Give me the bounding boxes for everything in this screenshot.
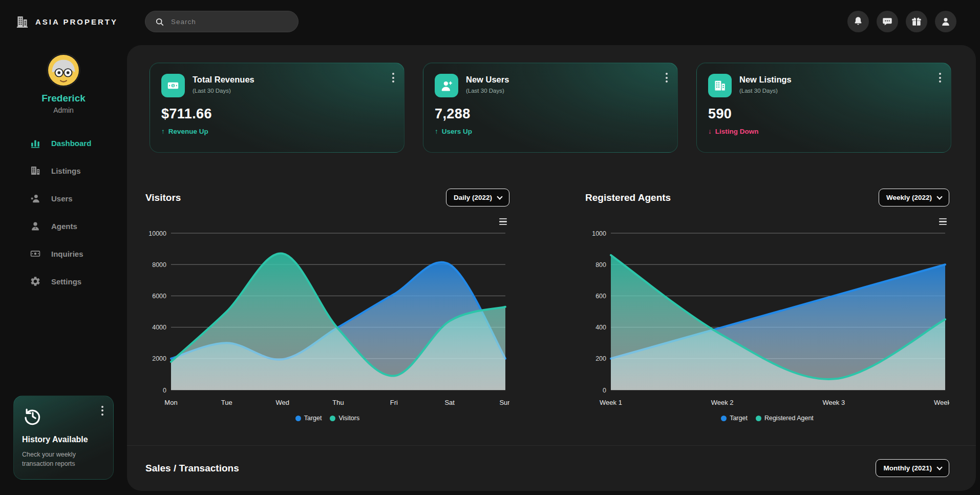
legend-dot	[721, 416, 727, 421]
stat-card-title: Total Revenues	[193, 75, 254, 85]
stat-card-value: 7,288	[435, 106, 666, 122]
brand-name: ASIA PROPERTY	[35, 17, 118, 26]
svg-text:0: 0	[163, 387, 166, 394]
stat-card-menu-button[interactable]	[390, 70, 397, 85]
chart-legend: TargetVisitors	[145, 415, 509, 422]
chart-canvas: 02004006008001000Week 1Week 2Week 3Week …	[585, 222, 949, 410]
sidebar-item-dashboard[interactable]: Dashboard	[0, 132, 127, 154]
chart-menu-button[interactable]	[498, 217, 508, 226]
charts-row: VisitorsDaily (2022)02000400060008000100…	[127, 189, 976, 422]
sidebar-item-label: Agents	[51, 222, 77, 231]
trend-label: Users Up	[442, 128, 472, 135]
profile: Frederick Admin	[0, 54, 127, 114]
sales-filter-dropdown[interactable]: Monthly (2021)	[876, 459, 949, 477]
chart-filter-dropdown[interactable]: Weekly (2022)	[879, 189, 949, 207]
users-icon	[30, 193, 41, 204]
sidebar-item-listings[interactable]: Listings	[0, 159, 127, 182]
history-card-description: Check your weekly transaction reports	[22, 450, 99, 469]
svg-text:10000: 10000	[148, 230, 166, 237]
rewards-button[interactable]	[906, 11, 927, 32]
sidebar-item-inquiries[interactable]: Inquiries	[0, 242, 127, 265]
revenue-icon: $	[161, 74, 185, 97]
chart-canvas: 0200040006000800010000MonTueWedThuFriSat…	[145, 222, 509, 410]
avatar[interactable]	[48, 54, 79, 86]
stat-card-trend: ↓Listing Down	[708, 128, 940, 135]
search-input[interactable]	[171, 18, 289, 26]
svg-text:Sat: Sat	[444, 399, 455, 406]
messages-button[interactable]	[877, 11, 898, 32]
sales-transactions-section: Sales / Transactions Monthly (2021)	[127, 445, 976, 491]
stat-card-menu-button[interactable]	[663, 70, 670, 85]
sidebar-item-users[interactable]: Users	[0, 187, 127, 210]
svg-text:2000: 2000	[152, 355, 166, 362]
stat-card-value: 590	[708, 106, 940, 122]
trend-up-arrow-icon: ↑	[435, 128, 438, 135]
stat-card-trend: ↑Users Up	[435, 128, 666, 135]
stats-row: $Total Revenues(Last 30 Days)$711.66↑Rev…	[127, 63, 976, 153]
stat-card-period: (Last 30 Days)	[466, 88, 509, 94]
topbar: ASIA PROPERTY	[0, 0, 980, 43]
svg-text:Fri: Fri	[390, 399, 398, 406]
chart-filter-dropdown[interactable]: Daily (2022)	[446, 189, 509, 207]
stat-card-menu-button[interactable]	[936, 70, 944, 85]
chart-visitors: VisitorsDaily (2022)02000400060008000100…	[145, 189, 509, 422]
history-card: History Available Check your weekly tran…	[13, 396, 114, 480]
svg-text:200: 200	[595, 355, 606, 362]
gift-icon	[911, 16, 922, 27]
chat-icon	[882, 16, 893, 27]
inquiries-icon	[30, 248, 41, 259]
search-box[interactable]	[145, 11, 299, 32]
stat-card-header: New Listings(Last 30 Days)	[708, 74, 940, 97]
chart-header: VisitorsDaily (2022)	[145, 189, 509, 207]
stat-card-title: New Users	[466, 75, 509, 85]
legend-label: Visitors	[338, 415, 359, 422]
sidebar-item-label: Dashboard	[51, 139, 91, 148]
stat-card-titles: New Listings(Last 30 Days)	[739, 74, 792, 94]
svg-text:Week 2: Week 2	[711, 399, 734, 406]
chart-registered-agents: Registered AgentsWeekly (2022)0200400600…	[585, 189, 949, 422]
chevron-down-icon	[497, 194, 502, 199]
chart-filter-label: Daily (2022)	[454, 194, 492, 201]
history-icon	[22, 405, 44, 427]
legend-dot	[295, 416, 301, 421]
app-root: ASIA PROPERTY	[0, 0, 980, 495]
profile-role: Admin	[0, 106, 127, 114]
agents-icon	[30, 220, 41, 232]
legend-label: Target	[304, 415, 322, 422]
chart-title: Visitors	[145, 192, 181, 203]
sidebar-item-settings[interactable]: Settings	[0, 270, 127, 293]
stat-card-new-listings: New Listings(Last 30 Days)590↓Listing Do…	[696, 63, 951, 153]
stat-card-title: New Listings	[739, 75, 792, 85]
legend-dot	[756, 416, 761, 421]
topbar-actions	[847, 11, 956, 32]
sidebar-item-agents[interactable]: Agents	[0, 215, 127, 237]
notifications-button[interactable]	[847, 11, 869, 32]
svg-text:8000: 8000	[152, 261, 166, 269]
chart-header: Registered AgentsWeekly (2022)	[585, 189, 949, 207]
new-users-icon	[435, 74, 458, 97]
svg-text:Sun: Sun	[499, 399, 509, 406]
legend-item-target[interactable]: Target	[721, 415, 748, 422]
trend-label: Revenue Up	[168, 128, 208, 135]
sales-filter-label: Monthly (2021)	[883, 464, 932, 472]
stat-card-titles: Total Revenues(Last 30 Days)	[193, 74, 254, 94]
svg-text:400: 400	[595, 324, 606, 331]
legend-item-registered-agent[interactable]: Registered Agent	[756, 415, 814, 422]
profile-name: Frederick	[0, 93, 127, 104]
legend-item-target[interactable]: Target	[295, 415, 322, 422]
user-icon	[940, 16, 951, 27]
chart-title: Registered Agents	[585, 192, 671, 203]
sales-transactions-title: Sales / Transactions	[145, 463, 239, 474]
stat-card-titles: New Users(Last 30 Days)	[466, 74, 509, 94]
chart-menu-button[interactable]	[938, 217, 948, 226]
svg-text:Week 1: Week 1	[600, 399, 622, 406]
chart-filter-label: Weekly (2022)	[886, 194, 932, 201]
account-button[interactable]	[935, 11, 956, 32]
chart-plot-area: 0200040006000800010000MonTueWedThuFriSat…	[145, 222, 509, 410]
svg-text:1000: 1000	[592, 230, 606, 237]
sidebar-nav: DashboardListingsUsersAgentsInquiriesSet…	[0, 132, 127, 293]
svg-text:Week 4: Week 4	[934, 399, 949, 406]
legend-item-visitors[interactable]: Visitors	[330, 415, 359, 422]
stat-card-header: New Users(Last 30 Days)	[435, 74, 666, 97]
history-card-menu-button[interactable]	[99, 403, 106, 418]
